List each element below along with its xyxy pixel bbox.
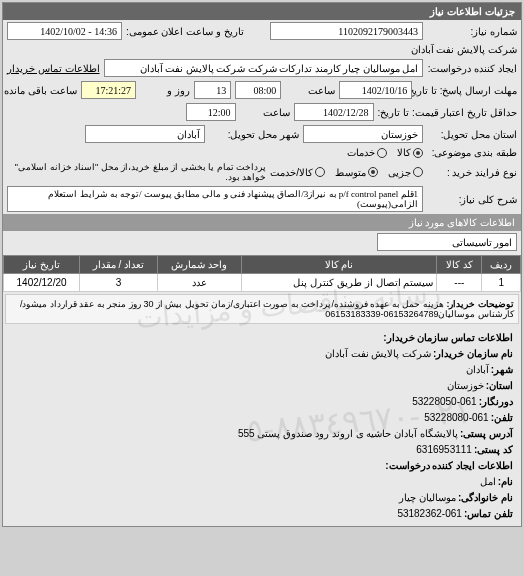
contact-section-title: اطلاعات تماس سازمان خریدار: (383, 330, 513, 346)
city-input[interactable]: آبادان (85, 125, 205, 143)
city-info-value: آبادان (466, 362, 489, 378)
address-label: آدرس پستی: (460, 426, 513, 442)
radio-jozi[interactable]: جزیی (388, 167, 423, 178)
family-value: موسالیان چیار (399, 490, 456, 506)
city-label: شهر محل تحویل: (209, 129, 299, 140)
items-section-title: اطلاعات کالاهای مورد نیاز (3, 214, 521, 231)
cell-date: 1402/12/20 (4, 274, 80, 292)
radio-label-khadamat: خدمات (347, 147, 375, 158)
creator2-label: اطلاعات ایجاد کننده درخواست: (385, 458, 513, 474)
org-label: نام سازمان خریدار: (433, 346, 513, 362)
radio-khadamat[interactable]: خدمات (347, 147, 387, 158)
col-name: نام کالا (241, 256, 437, 274)
radio-icon (377, 148, 387, 158)
name-value: امل (480, 474, 496, 490)
phone-value: 53228080-061 (424, 410, 489, 426)
public-date-label: تاریخ و ساعت اعلان عمومی: (126, 26, 266, 37)
radio-icon (413, 148, 423, 158)
family-label: نام خانوادگی: (458, 490, 513, 506)
col-code: کد کالا (437, 256, 482, 274)
cell-name: سیستم اتصال از طریق کنترل پنل (241, 274, 437, 292)
province-info-label: استان: (486, 378, 513, 394)
radio-label-omde: کالا/خدمت (270, 167, 313, 178)
remain-time-input[interactable]: 17:21:27 (81, 81, 136, 99)
col-row: ردیف (482, 256, 521, 274)
purchase-radio-group: جزیی متوسط کالا/خدمت (270, 167, 423, 178)
desc-label: شرح کلی نیاز: (427, 194, 517, 205)
city-info-label: شهر: (491, 362, 513, 378)
priority-radio-group: کالا خدمات (347, 147, 423, 158)
cell-qty: 3 (80, 274, 158, 292)
radio-icon (368, 167, 378, 177)
priority-label: طبقه بندی موضوعی: (427, 147, 517, 158)
org-value: شرکت پالایش نفت آبادان (325, 346, 431, 362)
radio-omde[interactable]: کالا/خدمت (270, 167, 325, 178)
days-input[interactable]: 13 (194, 81, 231, 99)
request-no-input[interactable]: 1102092179003443 (270, 22, 423, 40)
table-header-row: ردیف کد کالا نام کالا واحد شمارش تعداد /… (4, 256, 521, 274)
postal-label: کد پستی: (474, 442, 513, 458)
time-label-2: ساعت (240, 107, 290, 118)
page-title: جزئیات اطلاعات نیاز (430, 6, 515, 17)
buyer-company-label: شرکت پالایش نفت آبادان (377, 44, 517, 55)
col-qty: تعداد / مقدار (80, 256, 158, 274)
radio-icon (315, 167, 325, 177)
postal-value: 6316953111 (416, 442, 472, 458)
creator-input[interactable]: امل موسالیان چیار کارمند تدارکات شرکت شر… (104, 59, 423, 77)
address-value: پالایشگاه آبادان حاشیه ی اروند رود صندوق… (238, 426, 458, 442)
days-label: روز و (140, 85, 190, 96)
cell-unit: عدد (157, 274, 241, 292)
page-header: جزئیات اطلاعات نیاز (3, 3, 521, 20)
note-label: توضیحات خریدار: (447, 299, 515, 309)
province-input[interactable]: خوزستان (303, 125, 423, 143)
time-label-1: ساعت (285, 85, 335, 96)
payment-note: پرداخت تمام یا بخشی از مبلغ خرید،از محل … (7, 162, 266, 182)
radio-label-jozi: جزیی (388, 167, 411, 178)
contact-phone-label: تلفن تماس: (464, 506, 513, 522)
remain-label: ساعت باقی مانده (7, 85, 77, 96)
contact-phone-value: 53182362-061 (397, 506, 462, 522)
radio-motevaset[interactable]: متوسط (335, 167, 378, 178)
deadline-label: مهلت ارسال پاسخ: تا تاریخ: (416, 85, 517, 96)
col-date: تاریخ نیاز (4, 256, 80, 274)
deadline-time-input[interactable]: 08:00 (235, 81, 281, 99)
deadline-date-input[interactable]: 1402/10/16 (339, 81, 412, 99)
cell-row: 1 (482, 274, 521, 292)
radio-label-motevaset: متوسط (335, 167, 366, 178)
validity-label: حداقل تاریخ اعتبار قیمت: تا تاریخ: (378, 107, 517, 118)
name-label: نام: (498, 474, 513, 490)
tax-category-input[interactable]: امور تاسیساتی (377, 233, 517, 251)
validity-time-input[interactable]: 12:00 (186, 103, 236, 121)
province-info-value: خوزستان (447, 378, 484, 394)
purchase-type-label: نوع فرایند خرید : (427, 167, 517, 178)
fax-label: دورنگار: (479, 394, 513, 410)
buyer-note-box: توضیحات خریدار: هزینه حمل به عهده فروشند… (5, 294, 519, 324)
fax-value: 53228050-061 (412, 394, 477, 410)
desc-input[interactable]: 1قلم p/f control panel به نیراز3/الصاق پ… (7, 186, 423, 212)
note-text: هزینه حمل به عهده فروشنده/پرداخت به صورت… (20, 299, 514, 319)
col-unit: واحد شمارش (157, 256, 241, 274)
table-row[interactable]: 1 --- سیستم اتصال از طریق کنترل پنل عدد … (4, 274, 521, 292)
radio-kala[interactable]: کالا (397, 147, 423, 158)
province-label: استان محل تحویل: (427, 129, 517, 140)
items-table: ردیف کد کالا نام کالا واحد شمارش تعداد /… (3, 255, 521, 292)
public-date-input[interactable]: 14:36 - 1402/10/02 (7, 22, 122, 40)
request-no-label: شماره نیاز: (427, 26, 517, 37)
contact-link[interactable]: اطلاعات تماس خریدار (7, 63, 100, 74)
validity-date-input[interactable]: 1402/12/28 (294, 103, 374, 121)
radio-icon (413, 167, 423, 177)
radio-label-kala: کالا (397, 147, 411, 158)
cell-code: --- (437, 274, 482, 292)
phone-label: تلفن: (491, 410, 513, 426)
creator-label: ایجاد کننده درخواست: (427, 63, 517, 74)
